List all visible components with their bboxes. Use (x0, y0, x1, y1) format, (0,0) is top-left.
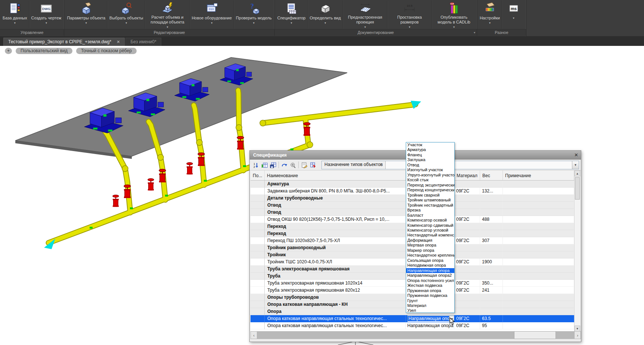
name-cell[interactable]: Тройник равнопроходный (265, 244, 406, 251)
weight-cell[interactable]: 63.5 (480, 315, 503, 322)
ribbon-button-object-params[interactable]: Параметры объекта▾ (65, 0, 107, 29)
name-cell[interactable]: Опора катковая направляющая стальных тех… (265, 315, 406, 322)
weight-cell[interactable] (480, 230, 503, 237)
name-cell[interactable]: Труба электросварная прямошовная (265, 266, 406, 273)
material-cell[interactable] (454, 202, 480, 209)
dropdown-item[interactable]: Балласт (406, 213, 454, 218)
dropdown-item[interactable]: Заглушка (406, 157, 454, 162)
row-header-cell[interactable] (251, 244, 265, 251)
weight-cell[interactable] (480, 209, 503, 216)
weight-cell[interactable]: 350... (480, 280, 503, 287)
type-cell-combo[interactable]: Направляющая опор▼ (407, 315, 454, 322)
dropdown-item[interactable]: Участок (406, 142, 454, 147)
name-cell[interactable]: Тройник (265, 251, 406, 258)
material-cell[interactable] (454, 266, 480, 273)
note-cell[interactable] (503, 216, 574, 223)
row-header-cell[interactable] (251, 230, 265, 237)
dropdown-item[interactable]: Неподвижная опора (406, 263, 454, 268)
column-header-weight[interactable]: Вес (480, 170, 503, 180)
note-cell[interactable] (503, 287, 574, 294)
row-header-cell[interactable] (251, 216, 265, 223)
material-cell[interactable] (454, 294, 480, 301)
note-cell[interactable] (503, 237, 574, 244)
drawing-tab-2[interactable]: Без имени0* (125, 38, 161, 46)
note-cell[interactable] (503, 251, 574, 258)
row-header-cell[interactable] (251, 237, 265, 244)
note-cell[interactable] (503, 209, 574, 216)
note-cell[interactable] (503, 188, 574, 195)
dropdown-item[interactable]: Переход концентрически (406, 188, 454, 192)
material-cell[interactable] (454, 230, 480, 237)
save-grid-button[interactable] (269, 161, 277, 169)
ribbon-button-publish-cadlib[interactable]: CLBОпубликовать модель в CADLib▾ (432, 0, 476, 29)
row-header-cell[interactable] (251, 294, 265, 301)
material-cell[interactable] (454, 195, 480, 202)
ribbon-button-database[interactable]: База данных▾ (1, 0, 29, 29)
close-icon[interactable]: ✕ (574, 151, 578, 160)
dropdown-item[interactable]: Грунт (406, 298, 454, 303)
ribbon-button-projection[interactable]: Преднастроенная проекция▾ (343, 0, 387, 29)
ribbon-button-new-equipment[interactable]: 010Новое оборудование▾ (189, 0, 233, 29)
dropdown-item[interactable]: Материал (406, 303, 454, 308)
ribbon-button-volume-calc[interactable]: Расчет объема и площади объекта▾ (145, 0, 189, 29)
weight-cell[interactable] (480, 308, 503, 315)
column-header-material[interactable]: Материал (454, 170, 480, 180)
dropdown-item[interactable]: Узел (406, 308, 454, 313)
dropdown-item[interactable]: Скользящая опора (406, 258, 454, 263)
weight-cell[interactable] (480, 195, 503, 202)
material-cell[interactable]: 09Г2С (454, 237, 480, 244)
horizontal-scroll-thumb[interactable] (514, 331, 556, 339)
material-cell[interactable] (454, 223, 480, 230)
column-header-note[interactable]: Примечание (503, 170, 574, 180)
export-grid-button[interactable] (308, 161, 317, 169)
note-cell[interactable] (503, 223, 574, 230)
column-header-name[interactable]: Наименование (265, 170, 406, 180)
sort-button[interactable]: 12 (252, 161, 260, 169)
name-cell[interactable]: Отвод (265, 209, 406, 216)
properties-button[interactable] (300, 161, 308, 169)
note-cell[interactable] (503, 266, 574, 273)
material-cell[interactable] (454, 273, 480, 280)
dropdown-item[interactable]: Направляющая опора2 (406, 273, 454, 278)
note-cell[interactable] (503, 244, 574, 251)
row-header-cell[interactable] (251, 308, 265, 315)
dropdown-item[interactable]: Тройник нестандартный (406, 203, 454, 208)
scroll-down-icon[interactable]: ▼ (575, 326, 580, 332)
drawing-tab-1[interactable]: Тестовый пример_Экспорт в CPIPE_+земля.d… (3, 38, 125, 46)
dropdown-item[interactable]: Компенсатор осевой (406, 218, 454, 223)
weight-cell[interactable] (480, 181, 503, 188)
dropdown-item[interactable]: Нестандартное креплени (406, 253, 454, 258)
weight-cell[interactable] (480, 244, 503, 251)
dropdown-item[interactable]: Опора постоянного усил (406, 278, 454, 283)
ribbon-button-check-model[interactable]: ?Проверить модель▾ (234, 0, 274, 29)
dropdown-item[interactable]: Направляющая опора (406, 268, 454, 273)
name-cell[interactable]: Задвижка шиберная DN 800, PN 8,0 МПа. ЗШ… (265, 188, 406, 195)
ribbon-button-ms[interactable]: ms▾ (502, 0, 525, 29)
row-header-cell[interactable] (251, 195, 265, 202)
row-header-cell[interactable] (251, 322, 265, 329)
name-cell[interactable]: Опора катковая направляющая - КН (265, 301, 406, 308)
row-header-cell[interactable] (251, 315, 265, 322)
weight-cell[interactable] (480, 266, 503, 273)
row-header-cell[interactable] (251, 280, 265, 287)
note-cell[interactable] (503, 258, 574, 266)
name-cell[interactable]: Детали трубопроводные (265, 195, 406, 202)
scroll-left-icon[interactable]: ‹ (251, 331, 257, 339)
ribbon-button-dwg[interactable]: DWGСоздать чертеж▾ (29, 0, 63, 29)
dropdown-item[interactable]: Упруго-изогнутый участо (406, 173, 454, 178)
refresh-grid-button[interactable] (260, 161, 269, 169)
dropdown-item[interactable]: Пружинная опора (406, 288, 454, 293)
ribbon-button-select-objects[interactable]: Выбрать объекты▾ (107, 0, 145, 29)
drawing-canvas[interactable]: + Пользовательский вид Точный с показом … (0, 46, 644, 345)
dropdown-item[interactable]: Деформация (406, 238, 454, 243)
material-cell[interactable] (454, 244, 480, 251)
material-cell[interactable]: 09Г2С (454, 287, 480, 294)
name-cell[interactable]: Опора (265, 308, 406, 315)
material-cell[interactable]: 09Г2С (454, 188, 480, 195)
ribbon-button-settings[interactable]: Настройки▾ (478, 0, 502, 29)
note-cell[interactable] (503, 294, 574, 301)
row-header-cell[interactable] (251, 258, 265, 266)
weight-cell[interactable]: 488 (480, 216, 503, 223)
ribbon-button-dimensions[interactable]: 10.5Простановка размеров▾ (387, 0, 432, 29)
name-cell[interactable]: Труба электросварная прямошовная 1020х14 (265, 280, 406, 287)
